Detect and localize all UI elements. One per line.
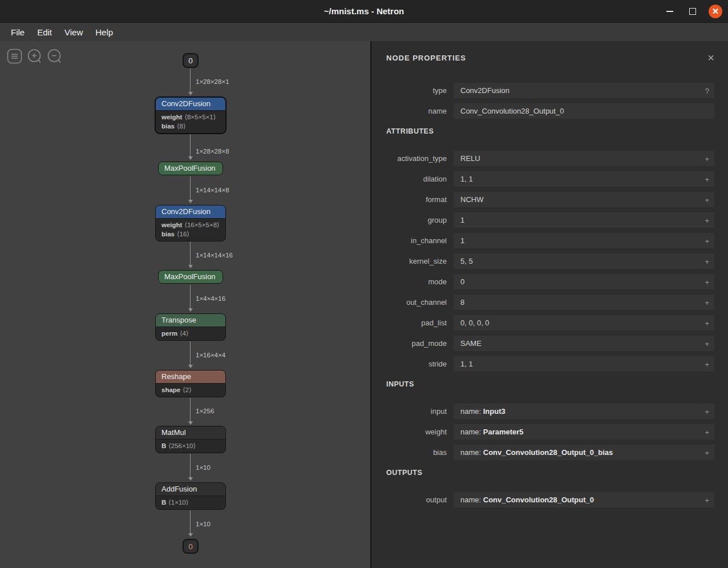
graph-node-reshape[interactable]: Reshape shape⟨2⟩ <box>155 370 226 397</box>
graph-edge <box>190 398 191 422</box>
edge-label: 1×28×28×8 <box>196 148 229 155</box>
zoom-in-button[interactable] <box>27 49 42 64</box>
property-value-type[interactable]: Conv2DFusion ? <box>454 83 714 98</box>
node-title: Conv2DFusion <box>156 206 225 219</box>
menu-file[interactable]: File <box>5 25 31 39</box>
graph-node-maxpoolfusion-2[interactable]: MaxPoolFusion <box>158 270 223 284</box>
graph-node-conv2dfusion-1[interactable]: Conv2DFusion weight⟨8×5×5×1⟩ bias⟨8⟩ <box>155 97 226 134</box>
attribute-value[interactable]: 5, 5+ <box>454 253 714 269</box>
expand-icon[interactable]: + <box>705 448 709 457</box>
attribute-label: dilation <box>386 175 454 183</box>
window-controls: ✕ <box>663 0 722 23</box>
property-value-name[interactable]: Conv_Convolution28_Output_0 <box>454 103 714 119</box>
edge-label: 1×14×14×16 <box>196 252 233 259</box>
expand-icon[interactable]: + <box>705 154 709 163</box>
attribute-row: activation_type RELU+ <box>386 151 714 166</box>
node-attr: B⟨256×10⟩ <box>156 441 225 450</box>
minimize-button[interactable] <box>663 5 677 18</box>
panel-close-icon[interactable]: × <box>707 54 714 62</box>
graph-node-maxpoolfusion-1[interactable]: MaxPoolFusion <box>158 162 223 175</box>
attribute-value[interactable]: 0+ <box>454 274 714 289</box>
expand-icon[interactable]: + <box>705 319 709 327</box>
panel-title: NODE PROPERTIES <box>386 54 466 62</box>
input-label: input <box>386 407 454 416</box>
attribute-value[interactable]: 1, 1+ <box>454 356 714 372</box>
attribute-value[interactable]: NCHW+ <box>454 192 714 207</box>
expand-icon[interactable]: + <box>705 298 709 307</box>
graph-node-transpose[interactable]: Transpose perm⟨4⟩ <box>155 313 226 341</box>
node-attr: weight⟨8×5×5×1⟩ <box>156 112 225 122</box>
expand-icon[interactable]: + <box>705 236 709 245</box>
attribute-row: mode 0+ <box>386 274 714 289</box>
attribute-label: out_channel <box>386 298 454 307</box>
input-label: weight <box>386 428 454 436</box>
graph-edge <box>190 341 191 365</box>
maximize-button[interactable] <box>686 5 699 18</box>
expand-icon[interactable]: + <box>705 360 709 368</box>
input-row: input name: Input3+ <box>386 404 714 419</box>
menu-edit[interactable]: Edit <box>31 25 58 39</box>
graph-node-matmul[interactable]: MatMul B⟨256×10⟩ <box>155 426 226 453</box>
attribute-value[interactable]: 1+ <box>454 212 714 228</box>
help-icon[interactable]: ? <box>705 86 709 95</box>
title-bar: ~/mnist.ms - Netron ✕ <box>0 0 728 23</box>
attribute-value[interactable]: 1, 1+ <box>454 171 714 187</box>
close-button[interactable]: ✕ <box>709 5 722 18</box>
graph-edge <box>190 133 191 157</box>
attribute-value[interactable]: 1+ <box>454 233 714 248</box>
property-label: name <box>386 107 454 115</box>
input-row: weight name: Parameter5+ <box>386 424 714 440</box>
graph-toolbar <box>7 49 62 64</box>
attribute-value[interactable]: SAME+ <box>454 336 714 351</box>
menu-help[interactable]: Help <box>89 25 119 39</box>
output-value[interactable]: name: Conv_Convolution28_Output_0+ <box>454 492 714 507</box>
output-label: output <box>386 496 454 504</box>
input-value[interactable]: name: Parameter5+ <box>454 424 714 440</box>
graph-edge <box>190 285 191 309</box>
graph-edge <box>190 510 191 534</box>
expand-icon[interactable]: + <box>705 257 709 265</box>
expand-icon[interactable]: + <box>705 428 709 436</box>
input-value[interactable]: name: Input3+ <box>454 404 714 419</box>
attribute-label: format <box>386 195 454 204</box>
input-value[interactable]: name: Conv_Convolution28_Output_0_bias+ <box>454 445 714 460</box>
attribute-value[interactable]: 8+ <box>454 295 714 310</box>
expand-icon[interactable]: + <box>705 175 709 183</box>
edge-label: 1×28×28×1 <box>196 78 229 85</box>
property-row-type: type Conv2DFusion ? <box>386 83 714 98</box>
node-title: Transpose <box>156 314 225 327</box>
expand-icon[interactable]: + <box>705 195 709 204</box>
graph-output-node[interactable]: 0 <box>183 539 199 554</box>
graph-node-conv2dfusion-2[interactable]: Conv2DFusion weight⟨16×5×5×8⟩ bias⟨16⟩ <box>155 205 226 241</box>
minimize-icon <box>666 11 673 12</box>
attribute-value[interactable]: RELU+ <box>454 151 714 166</box>
close-icon: ✕ <box>712 7 719 15</box>
attribute-row: dilation 1, 1+ <box>386 171 714 187</box>
menu-bar: File Edit View Help <box>0 23 728 41</box>
expand-icon[interactable]: + <box>705 216 709 224</box>
edge-label: 1×10 <box>196 464 211 471</box>
edge-label: 1×4×4×16 <box>196 295 225 302</box>
maximize-icon <box>689 8 696 15</box>
expand-icon[interactable]: + <box>705 339 709 348</box>
attribute-label: pad_list <box>386 319 454 327</box>
expand-icon[interactable]: + <box>705 496 709 504</box>
hamburger-icon <box>7 49 22 64</box>
node-attr: B⟨1×10⟩ <box>156 498 225 507</box>
graph-input-node[interactable]: 0 <box>183 53 199 68</box>
graph-canvas[interactable]: 1×28×28×1 1×28×28×8 1×14×14×8 1×14×14×16… <box>0 41 371 568</box>
expand-icon[interactable]: + <box>705 277 709 286</box>
graph-node-addfusion[interactable]: AddFusion B⟨1×10⟩ <box>155 482 226 510</box>
attributes-heading: ATTRIBUTES <box>386 127 714 135</box>
attribute-value[interactable]: 0, 0, 0, 0+ <box>454 315 714 331</box>
node-title: Reshape <box>156 370 225 384</box>
zoom-out-button[interactable] <box>47 49 62 64</box>
node-title: MaxPoolFusion <box>159 162 223 175</box>
outputs-heading: OUTPUTS <box>386 469 714 477</box>
expand-icon[interactable]: + <box>705 407 709 416</box>
menu-view[interactable]: View <box>58 25 89 39</box>
graph-menu-button[interactable] <box>7 49 22 64</box>
property-label: type <box>386 86 454 95</box>
node-title: MaxPoolFusion <box>159 271 223 283</box>
attribute-label: group <box>386 216 454 224</box>
